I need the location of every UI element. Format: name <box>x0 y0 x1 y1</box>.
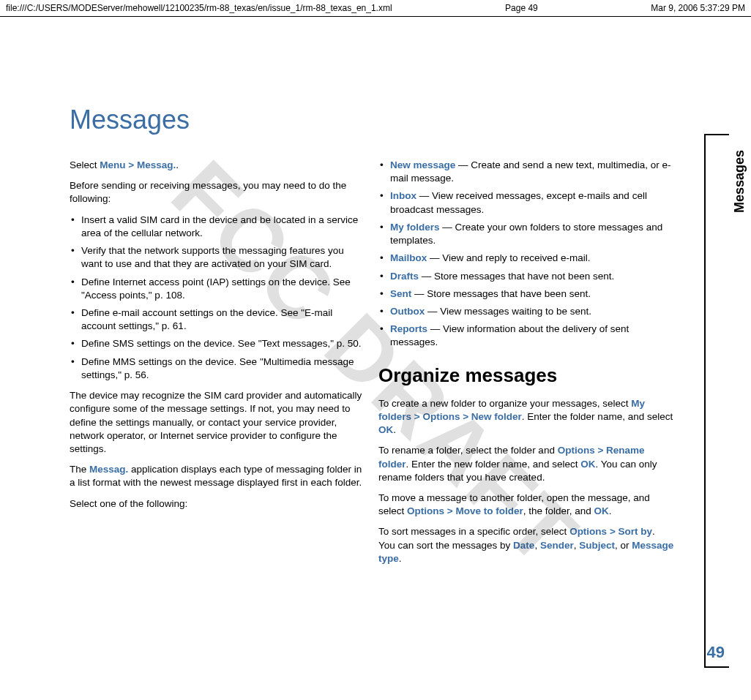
kw-ok: OK <box>378 424 393 435</box>
text: . <box>393 424 396 435</box>
kw-ok: OK <box>580 459 595 470</box>
text: To create a new folder to organize your … <box>378 398 631 409</box>
kw-subject: Subject <box>579 540 615 551</box>
section-heading: Organize messages <box>378 363 674 388</box>
side-tab: Messages <box>704 134 729 668</box>
list-item: Reports — View information about the del… <box>378 323 674 349</box>
text: — View messages waiting to be sent. <box>425 306 591 317</box>
kw-sender: Sender <box>540 540 574 551</box>
list-item: Outbox — View messages waiting to be sen… <box>378 305 674 318</box>
side-tab-label: Messages <box>732 150 747 213</box>
kw-my-folders: My folders <box>390 222 440 233</box>
kw-drafts: Drafts <box>390 271 419 282</box>
kw-outbox: Outbox <box>390 306 425 317</box>
left-column: Select Menu > Messag.. Before sending or… <box>70 159 365 573</box>
paragraph: Select one of the following: <box>70 497 365 511</box>
paragraph: The device may recognize the SIM card pr… <box>70 389 365 456</box>
folder-options-list: New message — Create and send a new text… <box>378 159 674 350</box>
kw-sort-by: Sort by <box>619 526 653 537</box>
text: , or <box>615 540 632 551</box>
gt-icon: > <box>460 411 471 422</box>
kw-sent: Sent <box>390 288 411 299</box>
list-item: Inbox — View received messages, except e… <box>378 189 674 216</box>
kw-reports: Reports <box>390 323 427 334</box>
text: . <box>399 553 402 564</box>
text: — Store messages that have not been sent… <box>419 271 614 282</box>
page-body: FCC DRAFT Messages 49 Messages Select Me… <box>0 17 751 690</box>
list-item: My folders — Create your own folders to … <box>378 221 674 247</box>
timestamp: Mar 9, 2006 5:37:29 PM <box>651 3 745 13</box>
page-number: 49 <box>707 643 725 662</box>
gt-icon: > <box>595 445 606 456</box>
list-item: New message — Create and send a new text… <box>378 159 674 185</box>
text: Select <box>70 159 100 170</box>
setup-list: Insert a valid SIM card in the device an… <box>70 214 365 382</box>
paragraph: To move a message to another folder, ope… <box>378 492 674 518</box>
kw-menu: Menu <box>100 159 125 170</box>
paragraph: To sort messages in a specific order, se… <box>378 525 674 565</box>
paragraph: To rename a folder, select the folder an… <box>378 444 674 484</box>
intro-before: Before sending or receiving messages, yo… <box>70 179 365 206</box>
list-item: Define SMS settings on the device. See "… <box>70 337 365 350</box>
kw-ok: OK <box>594 505 609 516</box>
list-item: Insert a valid SIM card in the device an… <box>70 214 365 240</box>
page-indicator: Page 49 <box>505 3 538 13</box>
gt-icon: > <box>607 526 618 537</box>
kw-options: Options <box>558 445 595 456</box>
text: , <box>534 540 540 551</box>
right-column: New message — Create and send a new text… <box>378 159 674 573</box>
kw-new-message: New message <box>390 159 455 170</box>
intro-select: Select Menu > Messag.. <box>70 159 365 172</box>
text: — Store messages that have been sent. <box>411 288 591 299</box>
text: . Enter the folder name, and select <box>522 411 673 422</box>
kw-mailbox: Mailbox <box>390 252 427 263</box>
two-columns: Select Menu > Messag.. Before sending or… <box>70 159 700 573</box>
text: The <box>70 464 89 475</box>
text: . <box>176 159 179 170</box>
text: , the folder, and <box>523 505 594 516</box>
kw-inbox: Inbox <box>390 190 416 201</box>
gt-icon: > <box>411 411 422 422</box>
kw-messag: Messag. <box>89 464 128 475</box>
file-path: file:///C:/USERS/MODEServer/mehowell/121… <box>6 3 392 13</box>
gt-icon: > <box>126 159 137 170</box>
text: . Enter the new folder name, and select <box>406 459 581 470</box>
list-item: Verify that the network supports the mes… <box>70 244 365 271</box>
text: — View received messages, except e-mails… <box>390 190 647 214</box>
kw-options: Options <box>569 526 607 537</box>
kw-options: Options <box>422 411 460 422</box>
list-item: Define MMS settings on the device. See "… <box>70 355 365 382</box>
paragraph: To create a new folder to organize your … <box>378 397 674 437</box>
list-item: Define e-mail account settings on the de… <box>70 306 365 333</box>
kw-messag: Messag. <box>137 159 176 170</box>
list-item: Drafts — Store messages that have not be… <box>378 270 674 283</box>
kw-date: Date <box>513 540 534 551</box>
list-item: Sent — Store messages that have been sen… <box>378 287 674 301</box>
header-bar: file:///C:/USERS/MODEServer/mehowell/121… <box>0 0 751 17</box>
list-item: Define Internet access point (IAP) setti… <box>70 276 365 302</box>
list-item: Mailbox — View and reply to received e-m… <box>378 252 674 265</box>
gt-icon: > <box>444 505 455 516</box>
text: To sort messages in a specific order, se… <box>378 526 569 537</box>
kw-move-to-folder: Move to folder <box>455 505 523 516</box>
text: . <box>609 505 612 516</box>
kw-options: Options <box>407 505 444 516</box>
page-title: Messages <box>70 105 700 135</box>
paragraph: The Messag. application displays each ty… <box>70 463 365 489</box>
text: To rename a folder, select the folder an… <box>378 445 558 456</box>
kw-new-folder: New folder <box>471 411 522 422</box>
text: — View and reply to received e-mail. <box>427 252 590 263</box>
